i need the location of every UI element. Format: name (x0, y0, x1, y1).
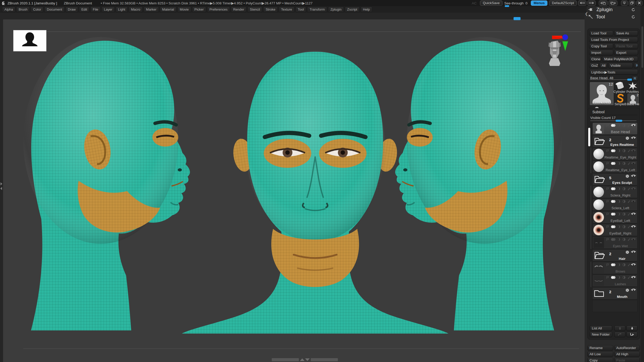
brush-icon[interactable] (627, 225, 631, 229)
all-low-button[interactable]: All Low (587, 351, 613, 357)
menu-item-macro[interactable]: Macro (129, 7, 143, 12)
visibility-eye-icon[interactable] (631, 123, 636, 127)
visible-count-handle[interactable] (616, 120, 622, 122)
tray-collapse-icon[interactable] (305, 358, 310, 361)
moon-icon[interactable] (617, 225, 621, 229)
subtool-item-realtime-eye-right[interactable]: Realtime_Eye_Right (592, 148, 638, 160)
visible-count-slider[interactable]: Visible Count 17 (590, 116, 637, 121)
make-polymesh3d-button[interactable]: Make PolyMesh3D (602, 56, 638, 62)
moon-icon[interactable] (617, 238, 621, 241)
subtool-row-icons[interactable] (606, 225, 631, 229)
menu-item-brush[interactable]: Brush (16, 7, 30, 12)
brush-icon[interactable] (627, 238, 631, 241)
quicksave-button[interactable]: QuickSave (480, 1, 502, 6)
moon-icon[interactable] (617, 124, 621, 127)
subtool-item-eyeball-left[interactable]: EyeBall_Left (592, 211, 638, 223)
tool-refresh-icon[interactable] (631, 15, 635, 19)
polypaint-circles-icon[interactable] (611, 124, 616, 127)
menu-item-help[interactable]: Help (361, 7, 372, 12)
polymesh-star-tool-thumbnail[interactable] (627, 82, 638, 90)
menu-item-color[interactable]: Color (31, 7, 43, 12)
goz-r-button[interactable]: R (634, 63, 638, 68)
visibility-eye-icon[interactable] (631, 225, 636, 229)
menu-item-stroke[interactable]: Stroke (263, 7, 278, 12)
subtool-item-base-head[interactable]: Base Head (592, 123, 638, 135)
polypaint-circles-icon[interactable] (611, 162, 616, 165)
visibility-eye-icon[interactable] (631, 237, 636, 242)
folder-visibility-eye-icon[interactable] (631, 136, 636, 140)
polypaint-circles-icon[interactable] (611, 238, 616, 241)
minimize-icon[interactable] (621, 1, 628, 6)
menu-item-layer[interactable]: Layer (102, 7, 115, 12)
subtool-row-icons[interactable] (606, 161, 631, 165)
contrast-icon[interactable] (622, 149, 626, 153)
paste-tool-button[interactable]: Paste Tool (614, 43, 638, 49)
folder-gear-icon[interactable] (625, 136, 630, 140)
contrast-icon[interactable] (622, 200, 626, 203)
load-tools-from-project-button[interactable]: Load Tools From Project (589, 37, 638, 42)
subtool-empty-slot[interactable] (592, 300, 638, 312)
brush-icon[interactable] (627, 276, 631, 279)
menu-item-document[interactable]: Document (44, 7, 64, 12)
menu-item-alpha[interactable]: Alpha (2, 7, 15, 12)
prev-document-icon[interactable] (599, 1, 608, 6)
menu-item-tool[interactable]: Tool (296, 7, 306, 12)
contrast-icon[interactable] (622, 276, 626, 279)
menu-item-edit[interactable]: Edit (79, 7, 89, 12)
orientation-gizmo[interactable] (544, 30, 578, 67)
subtool-list-scrollbar[interactable] (588, 128, 590, 146)
divider-bar-right[interactable] (311, 358, 338, 361)
subtool-folder-eyes-realtime[interactable]: 2Eyes Realtime (592, 135, 638, 147)
bottom-tray-divider[interactable] (272, 358, 342, 362)
restore-window-icon[interactable] (629, 1, 635, 6)
subtool-section-header[interactable]: Subtool (590, 110, 638, 115)
load-tool-button[interactable]: Load Tool (589, 31, 613, 36)
autoreorder-button[interactable]: AutoReorder (614, 345, 640, 351)
left-tray-open-icon[interactable] (1, 182, 2, 185)
copy-subtool-button[interactable]: Copy (587, 358, 613, 362)
menu-item-zscript[interactable]: Zscript (345, 7, 360, 12)
contrast-icon[interactable] (622, 212, 626, 216)
menu-item-picker[interactable]: Picker (192, 7, 206, 12)
list-all-button[interactable]: List All (590, 326, 612, 331)
contrast-icon[interactable] (622, 124, 626, 127)
moon-icon[interactable] (617, 263, 621, 267)
subtool-item-lashes[interactable]: Lashes (592, 275, 638, 287)
simplebrush-tool-thumbnail[interactable] (616, 94, 625, 103)
visibility-eye-icon[interactable] (631, 212, 636, 216)
move-out-of-folder-button[interactable] (614, 332, 625, 337)
visibility-eye-icon[interactable] (631, 263, 636, 267)
moon-icon[interactable] (617, 187, 621, 191)
see-through-slider[interactable]: See-through 0 (504, 1, 527, 5)
polypaint-flag-icon[interactable] (606, 149, 609, 153)
menu-item-texture[interactable]: Texture (279, 7, 294, 12)
moon-icon[interactable] (617, 162, 621, 165)
subtool-row-icons[interactable] (606, 123, 631, 127)
menu-item-material[interactable]: Material (160, 7, 176, 12)
goz-visible-button[interactable]: Visible (608, 63, 633, 68)
visibility-eye-icon[interactable] (631, 199, 636, 203)
menu-item-render[interactable]: Render (231, 7, 247, 12)
tray-expand-icon[interactable] (300, 358, 305, 361)
brush-icon[interactable] (627, 187, 631, 191)
paste-subtool-button[interactable]: Paste (614, 358, 640, 362)
top-tray-divider-handle[interactable] (514, 17, 521, 20)
copy-tool-button[interactable]: Copy Tool (589, 43, 613, 49)
visibility-eye-icon[interactable] (631, 275, 636, 280)
default-zscript-button[interactable]: DefaultZScript (549, 1, 577, 6)
active-tool-slider-r-button[interactable]: R (632, 76, 638, 81)
visibility-eye-icon[interactable] (631, 149, 636, 153)
brush-icon[interactable] (627, 124, 631, 127)
folder-visibility-eye-icon[interactable] (631, 250, 636, 254)
subtool-folder-eyes-sculpt[interactable]: 5Eyes Sculpt (592, 173, 638, 185)
visibility-eye-icon[interactable] (631, 187, 636, 191)
menu-item-light[interactable]: Light (116, 7, 128, 12)
brush-icon[interactable] (627, 212, 631, 216)
subtool-item-eyes-wet[interactable]: Eyes Wet (592, 237, 638, 249)
subtool-item-eyeball-right[interactable]: EyeBall_Right (592, 224, 638, 236)
viewport-canvas[interactable] (3, 19, 585, 362)
left-tray-close-icon[interactable] (0, 187, 2, 190)
subtool-item-sclera-left[interactable]: Sclera_Left (592, 199, 638, 211)
contrast-icon[interactable] (622, 263, 626, 267)
new-folder-button[interactable]: New Folder (590, 332, 612, 337)
